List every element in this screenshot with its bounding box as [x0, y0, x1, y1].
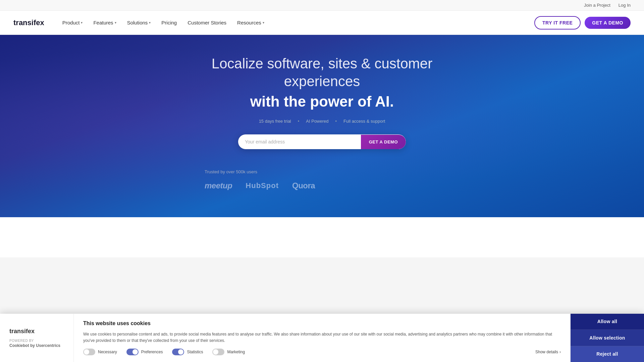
features-chevron-icon: ▾	[115, 21, 116, 24]
log-in-link[interactable]: Log In	[619, 3, 631, 8]
nav-customer-stories[interactable]: Customer Stories	[183, 17, 231, 28]
navbar: transifex Product ▾ Features ▾ Solutions…	[0, 11, 644, 35]
navbar-logo[interactable]: transifex	[13, 18, 44, 27]
hero-content: Localize software, sites & customer expe…	[191, 55, 453, 169]
trusted-text: Trusted by over 500k users	[205, 169, 439, 174]
page-content	[0, 217, 644, 257]
email-input[interactable]	[238, 134, 361, 149]
nav-features[interactable]: Features ▾	[89, 17, 121, 28]
try-it-free-button[interactable]: TRY IT FREE	[534, 16, 581, 29]
hero-get-demo-button[interactable]: GET A DEMO	[361, 135, 406, 149]
hero-badges: 15 days free trial • AI Powered • Full a…	[191, 119, 453, 124]
solutions-chevron-icon: ▾	[149, 21, 151, 24]
resources-chevron-icon: ▾	[263, 21, 264, 24]
meetup-logo: meetup	[205, 181, 232, 190]
top-bar: Join a Project Log In	[0, 0, 644, 11]
hubspot-logo: HubSpot	[246, 181, 279, 190]
badge-ai: AI Powered	[306, 119, 328, 124]
hero-section: Localize software, sites & customer expe…	[0, 35, 644, 217]
hero-email-form: GET A DEMO	[238, 134, 406, 149]
get-a-demo-button[interactable]: GET A DEMO	[585, 17, 631, 29]
badge-access: Full access & support	[343, 119, 385, 124]
dot-1: •	[298, 119, 300, 124]
nav-product[interactable]: Product ▾	[58, 17, 88, 28]
product-chevron-icon: ▾	[81, 21, 83, 24]
hero-title-line1: Localize software, sites & customer expe…	[191, 55, 453, 90]
nav-links: Product ▾ Features ▾ Solutions ▾ Pricing…	[58, 17, 534, 28]
nav-solutions[interactable]: Solutions ▾	[122, 17, 156, 28]
trusted-logos: meetup HubSpot Quora	[205, 181, 439, 190]
dot-2: •	[335, 119, 337, 124]
join-project-link[interactable]: Join a Project	[584, 3, 610, 8]
hero-title-line2: with the power of AI.	[191, 92, 453, 111]
nav-pricing[interactable]: Pricing	[157, 17, 181, 28]
nav-actions: TRY IT FREE GET A DEMO	[534, 16, 631, 29]
quora-logo: Quora	[292, 181, 315, 190]
badge-trial: 15 days free trial	[259, 119, 291, 124]
nav-resources[interactable]: Resources ▾	[232, 17, 269, 28]
